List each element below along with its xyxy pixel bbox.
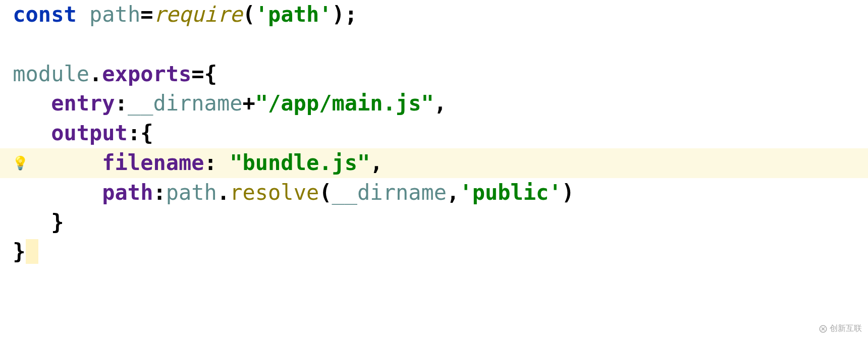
watermark-text: 创新互联 <box>830 323 862 334</box>
code-line[interactable]: entry:__dirname+"/app/main.js", <box>0 89 868 119</box>
method-resolve: resolve <box>230 180 319 205</box>
function-require: require <box>153 2 242 27</box>
watermark-badge: 创新互联 <box>819 323 862 334</box>
logo-icon <box>819 324 828 333</box>
identifier-dirname: __dirname <box>332 180 447 205</box>
code-editor[interactable]: const path=require('path'); module.expor… <box>0 0 868 267</box>
string-literal: 'public' <box>459 180 561 205</box>
code-line[interactable]: path:path.resolve(__dirname,'public') <box>0 178 868 208</box>
property-exports: exports <box>102 62 191 86</box>
property-path: path <box>102 180 153 205</box>
property-output: output <box>51 121 128 145</box>
identifier-module: module <box>13 62 89 86</box>
identifier-path: path <box>166 180 217 205</box>
code-line[interactable]: module.exports={ <box>0 60 868 89</box>
string-literal: "bundle.js" <box>230 150 370 175</box>
identifier-dirname: __dirname <box>128 91 243 116</box>
string-literal: 'path' <box>255 2 332 27</box>
property-filename: filename <box>102 150 204 175</box>
code-line-highlighted[interactable]: 💡 filename: "bundle.js", <box>0 148 868 178</box>
lightbulb-icon[interactable]: 💡 <box>12 154 28 172</box>
keyword-const: const <box>13 2 76 27</box>
code-line[interactable]: const path=require('path'); <box>0 0 868 30</box>
code-line[interactable]: } <box>0 208 868 238</box>
string-literal: "/app/main.js" <box>255 91 434 116</box>
caret-position <box>26 239 38 264</box>
code-line[interactable]: output:{ <box>0 119 868 148</box>
variable-path: path <box>89 2 140 27</box>
code-line[interactable]: } <box>0 237 868 267</box>
property-entry: entry <box>51 91 115 116</box>
code-line[interactable] <box>0 30 868 60</box>
